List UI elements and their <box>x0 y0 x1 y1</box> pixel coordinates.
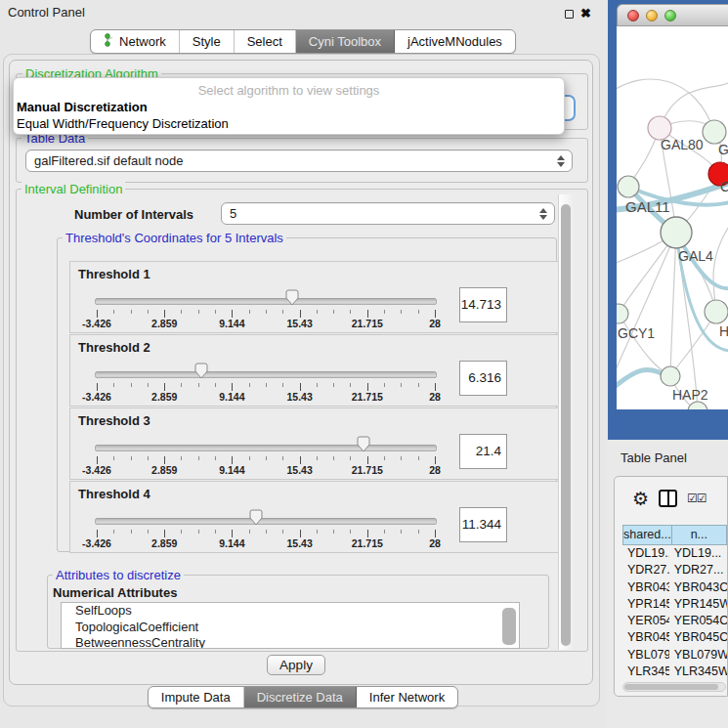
table-hscrollbar[interactable] <box>622 682 726 692</box>
cell: YBR045C <box>622 629 669 646</box>
network-canvas[interactable]: GAL80 GA C GAL11 GAL4 GCY1 H HAP2 <box>617 26 728 409</box>
node-label-gcy1: GCY1 <box>618 325 655 341</box>
tick-label: 9.144 <box>219 464 244 476</box>
table-row[interactable]: YLR345WYLR345W <box>622 664 727 680</box>
slider-major-ticks <box>97 310 436 318</box>
cell: YPR145W <box>622 596 669 613</box>
dropdown-option-manual[interactable]: Manual Discretization <box>17 100 148 114</box>
minimize-traffic-light-icon[interactable] <box>646 10 658 21</box>
tab-infer-network[interactable]: Infer Network <box>357 687 457 707</box>
network-window-titlebar[interactable] <box>617 4 728 26</box>
node-gal4[interactable] <box>661 217 692 248</box>
node-top-right[interactable] <box>703 120 726 144</box>
node-bottom[interactable] <box>688 402 707 409</box>
slider-track[interactable] <box>95 445 437 451</box>
tab-jactivemnodules[interactable]: jActiveMNodules <box>395 30 515 53</box>
numerical-attributes-label: Numerical Attributes <box>53 585 177 600</box>
zoom-traffic-light-icon[interactable] <box>664 10 676 21</box>
scrollbar-thumb[interactable] <box>624 684 718 690</box>
slider-track[interactable] <box>95 371 437 378</box>
tick-label: 15.43 <box>286 537 312 549</box>
slider-thumb[interactable] <box>284 289 299 310</box>
attributes-list[interactable]: SelfLoops TopologicalCoefficient Between… <box>61 602 520 649</box>
list-item[interactable]: TopologicalCoefficient <box>62 620 519 636</box>
tick-label: 15.43 <box>286 464 312 476</box>
node-gcy1[interactable] <box>617 304 628 323</box>
tick-label: -3.426 <box>82 391 111 403</box>
apply-button[interactable]: Apply <box>267 655 325 675</box>
node-table: shared... n... YDL19...YDL19... YDR27...… <box>622 525 727 680</box>
bottom-tab-bar: Impute Data Discretize Data Infer Networ… <box>0 686 606 708</box>
table-row[interactable]: YDL19...YDL19... <box>622 545 727 562</box>
tab-impute-data[interactable]: Impute Data <box>149 687 244 707</box>
cell: YBR045C <box>669 629 727 646</box>
algorithm-dropdown-popup: Select algorithm to view settings Manual… <box>13 77 565 135</box>
node-label-gal4: GAL4 <box>678 248 713 264</box>
tick-label: -3.426 <box>82 537 111 549</box>
tab-label: jActiveMNodules <box>407 34 502 49</box>
tick-label: 2.859 <box>151 318 177 329</box>
table-row[interactable]: YBL079WYBL079W <box>622 647 727 664</box>
table-row[interactable]: YER054CYER054C <box>622 613 727 629</box>
discretize-data-page: Discretization Algorithm Table Data galF… <box>9 60 593 685</box>
close-traffic-light-icon[interactable] <box>627 10 639 21</box>
panel-title: Control Panel <box>8 5 85 20</box>
slider-thumb[interactable] <box>357 436 371 456</box>
num-intervals-combobox[interactable]: 5 <box>221 202 555 225</box>
network-icon <box>104 33 114 50</box>
tick-label: 28 <box>429 391 441 403</box>
node-gal11[interactable] <box>618 176 639 197</box>
select-columns-icon[interactable]: ☑☑ <box>687 492 707 505</box>
slider-thumb[interactable] <box>194 363 209 383</box>
node-right[interactable] <box>705 300 728 323</box>
threshold-4-panel: Threshold 4 -3.426 2.859 9.144 15.43 21.… <box>69 481 562 553</box>
tick-label: 28 <box>429 537 441 549</box>
num-intervals-label: Number of Intervals <box>74 207 193 222</box>
slider-track[interactable] <box>95 518 437 525</box>
threshold-value-field[interactable]: 14.713 <box>459 287 507 322</box>
tab-style[interactable]: Style <box>180 30 235 53</box>
column-header-name[interactable]: n... <box>672 525 727 545</box>
tab-network[interactable]: Network <box>91 30 180 53</box>
tab-label: Discretize Data <box>257 690 343 705</box>
tick-label: 15.43 <box>286 318 312 329</box>
slider-track[interactable] <box>95 298 437 305</box>
dropdown-option-equal-width[interactable]: Equal Width/Frequency Discretization <box>17 116 229 131</box>
node-hap2[interactable] <box>661 366 680 386</box>
tab-discretize-data[interactable]: Discretize Data <box>244 687 357 707</box>
tick-label: 2.859 <box>151 464 177 476</box>
cell: YER054C <box>669 613 727 629</box>
column-header-shared-name[interactable]: shared... <box>622 525 672 545</box>
list-item[interactable]: SelfLoops <box>62 603 519 620</box>
scrollbar-thumb[interactable] <box>561 204 571 646</box>
gear-icon[interactable]: ⚙ <box>632 490 649 508</box>
split-columns-icon[interactable] <box>659 490 677 507</box>
threshold-value-field[interactable]: 6.316 <box>459 361 507 396</box>
network-view-window[interactable]: GAL80 GA C GAL11 GAL4 GCY1 H HAP2 <box>608 0 728 440</box>
group-title-interval: Interval Definition <box>21 182 125 196</box>
threshold-value-field[interactable]: 11.344 <box>459 507 507 542</box>
table-data-combobox[interactable]: galFiltered.sif default node <box>25 150 573 172</box>
tab-label: Network <box>119 34 166 49</box>
tab-cyni-toolbox[interactable]: Cyni Toolbox <box>296 30 395 53</box>
threshold-value-field[interactable]: 21.4 <box>459 434 507 469</box>
scroll-track[interactable] <box>558 194 573 650</box>
float-window-icon[interactable] <box>565 10 574 19</box>
tab-select[interactable]: Select <box>235 30 296 53</box>
table-row[interactable]: YBR043CYBR043C <box>622 579 727 596</box>
node-label-gal11: GAL11 <box>625 198 670 215</box>
tick-label: -3.426 <box>82 318 111 329</box>
table-row[interactable]: YBR045CYBR045C <box>622 629 727 646</box>
cell: YBL079W <box>622 647 669 664</box>
tab-label: Infer Network <box>369 690 445 705</box>
slider-thumb[interactable] <box>248 509 263 530</box>
table-row[interactable]: YPR145WYPR145W <box>622 596 727 613</box>
dropdown-hint: Select algorithm to view settings <box>14 83 564 98</box>
table-data-value: galFiltered.sif default node <box>34 153 183 168</box>
num-intervals-value: 5 <box>230 206 236 221</box>
list-scrollbar[interactable] <box>502 608 516 645</box>
table-panel-body: ⚙ ☑☑ shared... n... YDL19...YDL19... YDR… <box>614 476 728 697</box>
list-item[interactable]: BetweennessCentrality <box>62 635 519 649</box>
close-icon[interactable]: ✖ <box>580 9 591 19</box>
table-row[interactable]: YDR27...YDR27... <box>622 562 727 578</box>
